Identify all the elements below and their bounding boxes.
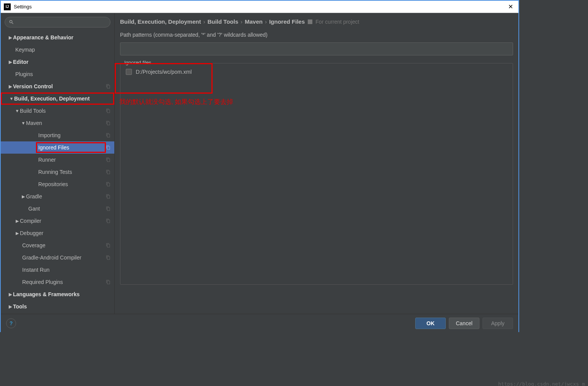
search-icon [9,19,14,25]
tree-item-editor[interactable]: ▶Editor [1,56,114,68]
tree-item-instant-run[interactable]: Instant Run [1,264,114,276]
scope-icon [308,19,312,24]
expand-arrow-icon: ▼ [9,96,14,101]
tree-item-languages-frameworks[interactable]: ▶Languages & Frameworks [1,288,114,300]
tree-item-gradle[interactable]: ▶Gradle [1,190,114,203]
crumb-0[interactable]: Build, Execution, Deployment [120,18,201,25]
tree-item-label: Appearance & Behavior [13,34,110,41]
scope-label: For current project [315,19,359,25]
tree-item-label: Running Tests [38,169,106,175]
expand-arrow-icon: ▶ [8,304,13,309]
apply-button[interactable]: Apply [482,318,513,329]
expand-arrow-icon: ▶ [21,194,26,199]
tree-item-build-tools[interactable]: ▼Build Tools [1,105,114,117]
cancel-button[interactable]: Cancel [449,318,479,329]
settings-sidebar: ▶Appearance & BehaviorKeymap▶EditorPlugi… [1,13,115,314]
tree-item-label: Required Plugins [22,279,106,285]
tree-item-label: Editor [13,59,110,65]
ignored-file-path: D:/Projects/wc/pom.xml [136,69,192,75]
expand-arrow-icon: ▼ [15,109,20,113]
path-patterns-input[interactable] [120,42,513,55]
tree-item-ignored-files[interactable]: Ignored Files [1,141,114,154]
tree-item-label: Compiler [20,218,106,224]
expand-arrow-icon: ▶ [8,60,13,65]
crumb-2[interactable]: Maven [245,18,263,25]
tree-item-label: Importing [38,132,106,138]
crumb-1[interactable]: Build Tools [208,18,239,25]
crumb-sep: › [240,18,242,25]
breadcrumb: Build, Execution, Deployment › Build Too… [115,13,518,28]
tree-item-importing[interactable]: Importing [1,129,114,141]
annotation-text: 我的默认就没勾选, 如果勾选上了要去掉 [119,97,233,106]
tree-item-running-tests[interactable]: Running Tests [1,166,114,178]
ignored-file-row[interactable]: D:/Projects/wc/pom.xml [120,63,513,76]
tree-item-gant[interactable]: Gant [1,203,114,215]
tree-item-label: Build, Execution, Deployment [14,96,109,102]
settings-tree: ▶Appearance & BehaviorKeymap▶EditorPlugi… [1,31,114,314]
main-panel: Build, Execution, Deployment › Build Too… [115,13,518,314]
tree-item-label: Maven [26,120,106,126]
help-button[interactable]: ? [6,318,16,328]
ignored-file-checkbox[interactable] [126,69,132,75]
path-patterns-label: Path patterns (comma-separated, '*' and … [120,32,513,38]
tree-item-plugins[interactable]: Plugins [1,68,114,80]
crumb-3[interactable]: Ignored Files [269,18,305,25]
tree-item-label: Instant Run [22,267,110,273]
expand-arrow-icon: ▼ [21,121,26,125]
ignored-files-panel: Ignored files D:/Projects/wc/pom.xml [120,63,513,285]
crumb-sep: › [265,18,267,25]
close-button[interactable]: ✕ [506,3,515,10]
tree-item-version-control[interactable]: ▶Version Control [1,80,114,92]
tree-item-label: Plugins [15,71,110,77]
tree-item-label: Repositories [38,181,106,187]
expand-arrow-icon: ▶ [8,35,13,40]
tree-item-gradle-android-compiler[interactable]: Gradle-Android Compiler [1,251,114,264]
tree-item-label: Keymap [15,47,110,53]
ignored-files-heading: Ignored files [123,60,153,65]
search-input[interactable] [5,17,110,28]
tree-item-repositories[interactable]: Repositories [1,178,114,190]
tree-item-label: Languages & Frameworks [13,291,110,297]
tree-item-label: Build Tools [20,108,106,114]
tree-item-label: Version Control [13,83,106,89]
dialog-footer: ? OK Cancel Apply https://blog.csdn.net/… [1,314,518,332]
tree-item-required-plugins[interactable]: Required Plugins [1,276,114,288]
tree-item-compiler[interactable]: ▶Compiler [1,215,114,227]
crumb-sep: › [203,18,205,25]
tree-item-runner[interactable]: Runner [1,154,114,166]
titlebar: IJ Settings ✕ [1,1,518,13]
window-title: Settings [14,4,506,10]
tree-item-label: Tools [13,303,110,310]
expand-arrow-icon: ▶ [15,231,20,236]
expand-arrow-icon: ▶ [15,219,20,224]
expand-arrow-icon: ▶ [8,292,13,297]
tree-item-keymap[interactable]: Keymap [1,44,114,56]
tree-item-coverage[interactable]: Coverage [1,239,114,251]
tree-item-maven[interactable]: ▼Maven [1,117,114,129]
tree-item-label: Ignored Files [36,142,106,153]
tree-item-appearance-behavior[interactable]: ▶Appearance & Behavior [1,31,114,44]
tree-item-label: Gradle [26,193,106,199]
tree-item-label: Gant [28,206,106,212]
tree-item-label: Debugger [20,230,110,236]
tree-item-build-execution-deployment[interactable]: ▼Build, Execution, Deployment [1,92,114,105]
tree-item-debugger[interactable]: ▶Debugger [1,227,114,239]
tree-item-label: Coverage [22,242,106,248]
expand-arrow-icon: ▶ [8,84,13,89]
ok-button[interactable]: OK [415,318,446,329]
app-icon: IJ [4,3,11,10]
tree-item-label: Runner [38,157,106,163]
tree-item-tools[interactable]: ▶Tools [1,300,114,313]
tree-item-label: Gradle-Android Compiler [22,255,106,261]
